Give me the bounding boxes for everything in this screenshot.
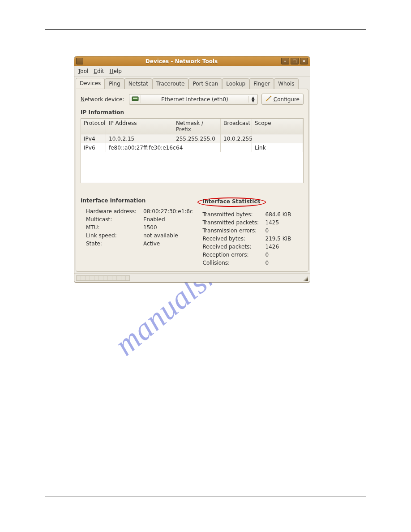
- cell-scope: Link: [252, 143, 303, 152]
- kv-key: Transmitted bytes:: [203, 211, 265, 218]
- cell-broadcast: 10.0.2.255: [221, 134, 252, 143]
- divider-top: [45, 29, 366, 30]
- cell-broadcast: [221, 143, 252, 152]
- cell-protocol: IPv4: [81, 134, 106, 143]
- kv-key: MTU:: [86, 224, 143, 231]
- info-columns: Interface Information Hardware address:0…: [81, 196, 304, 267]
- document-page: manualshive.com Devices - Network Tools …: [0, 0, 411, 532]
- network-device-label: Network device:: [81, 96, 125, 103]
- kv-key: Transmission errors:: [203, 227, 265, 234]
- ip-row[interactable]: IPv6 fe80::a00:27ff:fe30:e16c 64 Link: [81, 143, 303, 152]
- kv-value: not available: [143, 232, 193, 239]
- kv-value: 219.5 KiB: [265, 236, 304, 242]
- window-title: Devices - Network Tools: [83, 58, 280, 64]
- col-protocol[interactable]: Protocol: [81, 119, 106, 134]
- kv-value: 684.6 KiB: [265, 211, 304, 218]
- svg-rect-1: [133, 98, 137, 99]
- tab-lookup[interactable]: Lookup: [222, 78, 249, 89]
- kv-row: Received bytes:219.5 KiB: [197, 235, 304, 243]
- kv-row: Transmitted packets:1425: [197, 219, 304, 227]
- kv-key: State:: [86, 240, 143, 247]
- cell-netmask: 255.255.255.0: [173, 134, 221, 143]
- menubar: Tool Edit Help: [74, 66, 310, 77]
- cell-scope: [252, 134, 303, 143]
- kv-value: 0: [265, 260, 304, 266]
- ip-row[interactable]: IPv4 10.0.2.15 255.255.255.0 10.0.2.255: [81, 134, 303, 143]
- kv-value: 1426: [265, 244, 304, 250]
- kv-value: 08:00:27:30:e1:6c: [143, 208, 193, 215]
- highlight-ellipse: Interface Statistics: [197, 197, 266, 207]
- ip-table-body: IPv4 10.0.2.15 255.255.255.0 10.0.2.255 …: [81, 134, 303, 183]
- cell-protocol: IPv6: [81, 143, 106, 152]
- interface-statistics: Interface Statistics Transmitted bytes:6…: [197, 196, 304, 267]
- cell-netmask: 64: [173, 143, 221, 152]
- kv-key: Reception errors:: [203, 252, 265, 258]
- kv-row: State:Active: [81, 240, 193, 248]
- kv-key: Collisions:: [203, 260, 265, 266]
- close-button[interactable]: ✕: [300, 58, 308, 64]
- kv-row: Multicast:Enabled: [81, 215, 193, 223]
- kv-row: Transmitted bytes:684.6 KiB: [197, 210, 304, 219]
- kv-key: Received packets:: [203, 244, 265, 250]
- progress-slot: [76, 275, 130, 281]
- window-menu-icon[interactable]: [76, 58, 83, 64]
- tab-bar: Devices Ping Netstat Traceroute Port Sca…: [74, 77, 310, 89]
- kv-row: Reception errors:0: [197, 251, 304, 259]
- cell-ip: 10.0.2.15: [106, 134, 173, 143]
- ip-table: Protocol IP Address Netmask / Prefix Bro…: [81, 118, 304, 183]
- maximize-button[interactable]: ▢: [291, 58, 299, 64]
- network-device-value: Ethernet Interface (eth0): [141, 96, 248, 103]
- chevron-updown-icon: ▲▼: [248, 96, 257, 103]
- kv-value: 0: [265, 252, 304, 258]
- configure-button[interactable]: Configure: [261, 94, 304, 105]
- interface-information: Interface Information Hardware address:0…: [81, 196, 193, 267]
- tab-traceroute[interactable]: Traceroute: [152, 78, 189, 89]
- kv-key: Received bytes:: [203, 236, 265, 242]
- menu-tool[interactable]: Tool: [78, 68, 88, 74]
- tab-ping[interactable]: Ping: [105, 78, 124, 89]
- col-scope[interactable]: Scope: [252, 119, 303, 134]
- app-window: Devices - Network Tools – ▢ ✕ Tool Edit …: [74, 56, 310, 283]
- titlebar[interactable]: Devices - Network Tools – ▢ ✕: [74, 56, 310, 66]
- tab-whois[interactable]: Whois: [274, 78, 298, 89]
- kv-value: Enabled: [143, 216, 193, 223]
- kv-value: Active: [143, 240, 193, 247]
- kv-value: 1425: [265, 219, 304, 226]
- tab-finger[interactable]: Finger: [249, 78, 274, 89]
- kv-row: Transmission errors:0: [197, 227, 304, 235]
- kv-row: MTU:1500: [81, 223, 193, 232]
- col-ip[interactable]: IP Address: [106, 119, 173, 134]
- resize-grip[interactable]: [302, 275, 308, 281]
- kv-key: Multicast:: [86, 216, 143, 223]
- kv-value: 0: [265, 227, 304, 234]
- configure-button-label: Configure: [274, 96, 300, 103]
- tab-content-devices: Network device: Ethernet Interface (eth0…: [76, 89, 308, 272]
- tab-devices[interactable]: Devices: [76, 78, 105, 89]
- kv-row: Link speed:not available: [81, 232, 193, 240]
- svg-point-2: [270, 96, 272, 97]
- kv-key: Transmitted packets:: [203, 219, 265, 226]
- minimize-button[interactable]: –: [281, 58, 289, 64]
- kv-row: Hardware address:08:00:27:30:e1:6c: [81, 207, 193, 215]
- kv-key: Hardware address:: [86, 208, 143, 215]
- network-device-row: Network device: Ethernet Interface (eth0…: [81, 94, 304, 105]
- tab-port-scan[interactable]: Port Scan: [188, 78, 222, 89]
- kv-key: Link speed:: [86, 232, 143, 239]
- tab-netstat[interactable]: Netstat: [124, 78, 152, 89]
- network-device-select[interactable]: Ethernet Interface (eth0) ▲▼: [129, 94, 258, 105]
- ip-table-header: Protocol IP Address Netmask / Prefix Bro…: [81, 119, 303, 134]
- col-broadcast[interactable]: Broadcast: [221, 119, 252, 134]
- kv-value: 1500: [143, 224, 193, 231]
- col-netmask[interactable]: Netmask / Prefix: [173, 119, 221, 134]
- wrench-icon: [265, 95, 272, 103]
- ip-information-heading: IP Information: [81, 109, 304, 116]
- interface-information-heading: Interface Information: [81, 197, 193, 204]
- menu-edit[interactable]: Edit: [94, 68, 104, 74]
- cell-ip: fe80::a00:27ff:fe30:e16c: [106, 143, 173, 152]
- ethernet-icon: [129, 95, 141, 103]
- kv-row: Received packets:1426: [197, 243, 304, 251]
- kv-row: Collisions:0: [197, 259, 304, 267]
- divider-bottom: [45, 497, 366, 497]
- statusbar: [74, 273, 310, 282]
- menu-help[interactable]: Help: [110, 68, 122, 74]
